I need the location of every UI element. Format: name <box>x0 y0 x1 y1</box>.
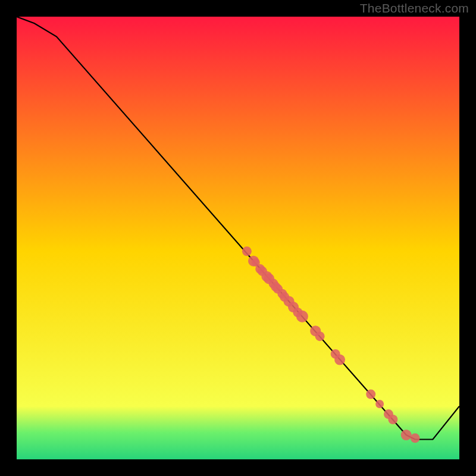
chart-frame: TheBottleneck.com <box>0 0 476 476</box>
chart-plot <box>17 17 459 459</box>
data-point <box>296 311 308 322</box>
data-point <box>411 433 420 443</box>
data-point <box>315 331 325 341</box>
data-point <box>401 430 412 440</box>
gradient-background <box>17 17 459 459</box>
data-point <box>375 400 384 408</box>
data-point <box>366 390 375 399</box>
data-point <box>388 415 397 424</box>
data-point <box>334 355 345 365</box>
chart-svg <box>17 17 459 459</box>
data-point <box>242 246 252 256</box>
watermark-text: TheBottleneck.com <box>360 1 469 15</box>
